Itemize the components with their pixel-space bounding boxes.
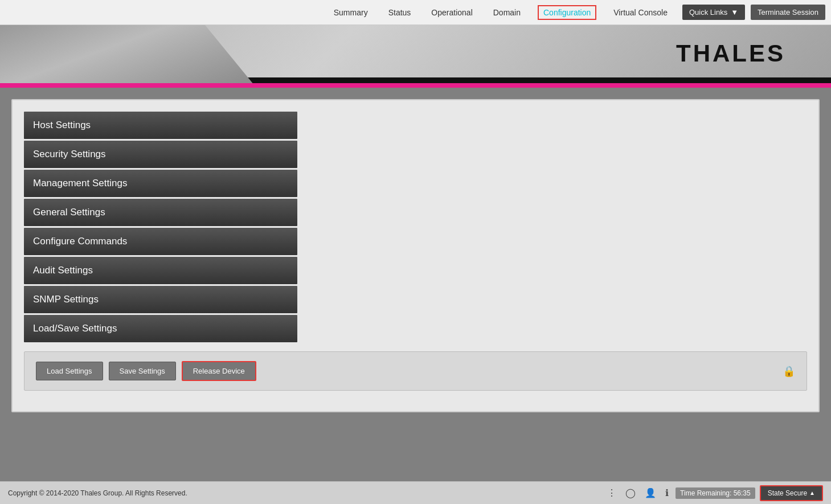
thales-logo: THALES	[676, 40, 785, 67]
lock-icon: 🔒	[783, 365, 795, 378]
chevron-down-icon: ▼	[731, 8, 738, 17]
banner-decoration	[0, 25, 256, 88]
grid-icon[interactable]: ⋮	[605, 486, 619, 499]
sidebar-item-load-save-settings[interactable]: Load/Save Settings	[24, 315, 297, 342]
sidebar-item-management-settings[interactable]: Management Settings	[24, 170, 297, 197]
quick-links-label: Quick Links	[689, 8, 727, 17]
nav-summary[interactable]: Summary	[330, 6, 371, 19]
save-settings-button[interactable]: Save Settings	[109, 362, 176, 380]
state-secure-label: State Secure	[768, 489, 807, 497]
nav-domain[interactable]: Domain	[490, 6, 524, 19]
sidebar-item-configure-commands[interactable]: Configure Commands	[24, 228, 297, 255]
user-icon[interactable]: 👤	[642, 486, 658, 499]
nav-configuration[interactable]: Configuration	[538, 5, 596, 20]
terminate-session-button[interactable]: Terminate Session	[751, 5, 825, 20]
state-secure-chevron-icon: ▲	[809, 490, 815, 496]
release-device-button[interactable]: Release Device	[182, 361, 256, 381]
sidebar-item-snmp-settings[interactable]: SNMP Settings	[24, 286, 297, 313]
sidebar-item-host-settings[interactable]: Host Settings	[24, 112, 297, 139]
nav-virtual-console[interactable]: Virtual Console	[610, 6, 671, 19]
top-navigation: Summary Status Operational Domain Config…	[0, 0, 831, 25]
load-settings-button[interactable]: Load Settings	[36, 362, 103, 380]
nav-items: Summary Status Operational Domain Config…	[330, 5, 671, 20]
info-icon[interactable]: ℹ	[663, 486, 671, 499]
footer: Copyright © 2014-2020 Thales Group. All …	[0, 481, 831, 504]
copyright-text: Copyright © 2014-2020 Thales Group. All …	[8, 489, 187, 497]
footer-right: ⋮ ◯ 👤 ℹ Time Remaining: 56:35 State Secu…	[605, 485, 823, 501]
main-content: Host Settings Security Settings Manageme…	[0, 88, 831, 481]
sidebar-menu: Host Settings Security Settings Manageme…	[24, 112, 297, 342]
nav-operational[interactable]: Operational	[428, 6, 476, 19]
circle-icon[interactable]: ◯	[623, 486, 638, 499]
state-secure-button[interactable]: State Secure ▲	[760, 485, 823, 501]
sidebar-item-general-settings[interactable]: General Settings	[24, 199, 297, 226]
action-bar: Load Settings Save Settings Release Devi…	[24, 351, 807, 391]
content-panel: Host Settings Security Settings Manageme…	[11, 99, 820, 412]
sidebar-item-audit-settings[interactable]: Audit Settings	[24, 257, 297, 284]
nav-status[interactable]: Status	[385, 6, 415, 19]
sidebar-item-security-settings[interactable]: Security Settings	[24, 141, 297, 168]
quick-links-button[interactable]: Quick Links ▼	[682, 5, 745, 20]
time-remaining: Time Remaining: 56:35	[676, 487, 755, 499]
header-banner: THALES	[0, 25, 831, 88]
